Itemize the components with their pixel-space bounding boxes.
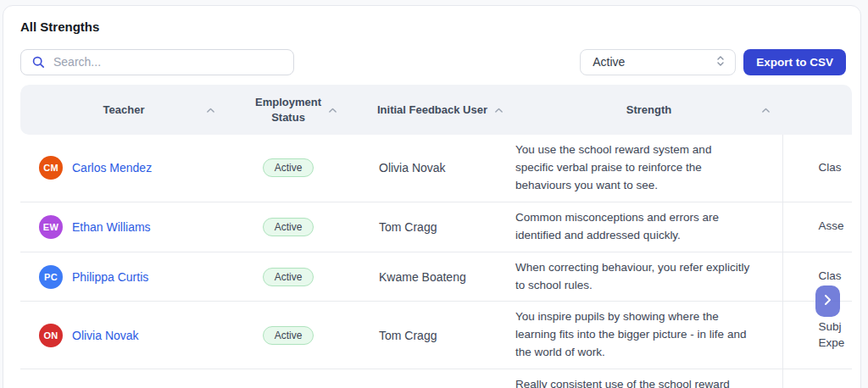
- content-card: All Strengths Active Expor: [3, 5, 861, 388]
- category-text: Subj Expe: [819, 319, 853, 352]
- sort-chevron-up-icon: [328, 103, 337, 118]
- category-text: Clas: [819, 160, 853, 176]
- strength-text: When correcting behaviour, you refer exp…: [515, 252, 782, 302]
- scroll-right-button[interactable]: [815, 285, 840, 317]
- export-csv-button[interactable]: Export to CSV: [743, 49, 846, 75]
- toolbar-right: Active Export to CSV: [580, 49, 846, 75]
- sort-chevron-up-icon: [494, 103, 504, 118]
- chevron-right-icon: [824, 294, 832, 308]
- category-text: Asse: [819, 219, 853, 235]
- column-header-teacher[interactable]: Teacher: [20, 85, 227, 135]
- column-header-employment-status[interactable]: Employment Status: [227, 85, 349, 135]
- feedback-user-name: Olivia Novak: [349, 135, 515, 202]
- column-header-strength[interactable]: Strength: [515, 85, 782, 135]
- table-header-row: Teacher Employment Status Initial Feedba…: [20, 85, 852, 135]
- table-row: EWEthan Williams Active Tom Cragg Common…: [20, 202, 852, 252]
- teacher-link[interactable]: Carlos Mendez: [72, 161, 152, 175]
- status-badge: Active: [263, 268, 314, 286]
- search-box: [20, 49, 294, 75]
- feedback-user-name: Damien Carter: [349, 369, 515, 388]
- status-filter-value: Active: [593, 55, 625, 69]
- avatar: CM: [39, 156, 63, 180]
- sort-chevron-up-icon: [761, 103, 771, 118]
- strength-text: Common misconceptions and errors are ide…: [515, 202, 782, 252]
- avatar: ON: [39, 324, 63, 347]
- toolbar: Active Export to CSV: [20, 48, 846, 75]
- page-title: All Strengths: [20, 19, 852, 34]
- feedback-user-name: Tom Cragg: [349, 302, 515, 369]
- status-filter-select[interactable]: Active: [580, 49, 736, 75]
- column-header-clipped[interactable]: [782, 85, 852, 135]
- feedback-user-name: Kwame Boateng: [349, 252, 515, 302]
- status-badge: Active: [263, 218, 314, 236]
- table-body: CMCarlos Mendez Active Olivia Novak You …: [20, 135, 852, 388]
- teacher-link[interactable]: Ethan Williams: [72, 220, 151, 234]
- status-badge: Active: [263, 158, 314, 177]
- strength-text: You use the school reward system and spe…: [515, 135, 782, 202]
- search-input[interactable]: [20, 49, 294, 75]
- table-row: ONOlivia Novak Active Tom Cragg You insp…: [20, 302, 852, 369]
- table-row: CMCarlos Mendez Active Olivia Novak You …: [20, 135, 852, 202]
- category-text: Clas: [819, 269, 853, 285]
- strength-text: You inspire pupils by showing where the …: [515, 302, 782, 369]
- teacher-link[interactable]: Philippa Curtis: [72, 270, 148, 284]
- search-icon: [31, 55, 46, 73]
- avatar: PC: [39, 265, 63, 289]
- column-header-initial-feedback-user[interactable]: Initial Feedback User: [349, 85, 515, 135]
- strengths-table-container: Teacher Employment Status Initial Feedba…: [20, 85, 852, 388]
- sort-chevron-up-icon: [206, 103, 215, 118]
- status-badge: Active: [263, 326, 314, 345]
- table-row: PCPhilippa Curtis Active Kwame Boateng W…: [20, 252, 852, 302]
- strengths-table: Teacher Employment Status Initial Feedba…: [20, 85, 852, 388]
- avatar: EW: [39, 215, 63, 239]
- table-row: EJEmily Johansson Active Damien Carter R…: [20, 369, 852, 388]
- select-up-down-icon: [716, 55, 725, 69]
- strength-text: Really consistent use of the school rewa…: [515, 369, 782, 388]
- teacher-link[interactable]: Olivia Novak: [72, 329, 139, 342]
- feedback-user-name: Tom Cragg: [349, 202, 515, 252]
